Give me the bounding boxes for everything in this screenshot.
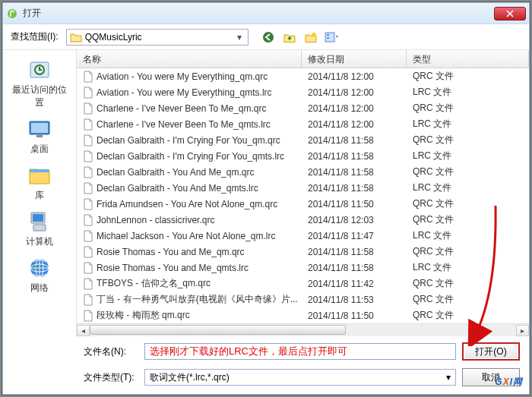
file-date-cell: 2014/11/8 11:58 [302,183,407,194]
file-name-cell: Rosie Thomas - You and Me_qm.qrc [77,246,302,258]
file-name-cell: Declan Galbraith - I'm Crying For You_qm… [77,134,302,147]
file-row[interactable]: Charlene - I've Never Been To Me_qmts.lr… [77,116,529,132]
sidebar-item-label: 最近访问的位置 [9,83,70,109]
sidebar-recent[interactable]: 最近访问的位置 [9,55,70,112]
view-menu-button[interactable] [325,30,340,45]
svg-point-1 [263,32,274,43]
file-date-cell: 2014/11/8 12:00 [302,119,407,130]
file-type-cell: LRC 文件 [407,86,529,99]
sidebar-computer[interactable]: 计算机 [9,206,70,251]
file-date-cell: 2014/11/8 11:58 [302,135,407,146]
file-row[interactable]: Rosie Thomas - You and Me_qmts.lrc2014/1… [77,260,529,276]
horizontal-scrollbar[interactable]: ◂ ▸ [77,323,529,336]
file-date-cell: 2014/11/8 11:47 [302,231,407,241]
sidebar-desktop[interactable]: 桌面 [9,114,70,159]
back-button[interactable] [261,30,276,45]
file-name-cell: Declan Galbraith - I'm Crying For You_qm… [77,150,302,162]
file-name-cell: TFBOYS - 信仰之名_qm.qrc [77,277,302,290]
chevron-down-icon[interactable]: ▾ [234,32,245,43]
sidebar-item-label: 计算机 [26,235,53,248]
up-button[interactable] [282,30,297,45]
file-name-cell: Michael Jackson - You Are Not Alone_qm.l… [77,230,302,242]
annotation-hint: 选择刚才下载好的LRC文件，最后点打开即可 [150,345,347,358]
lookin-label: 查找范围(I): [11,30,59,43]
desktop-icon [27,117,52,141]
filename-input[interactable]: 选择刚才下载好的LRC文件，最后点打开即可 [144,343,456,360]
file-type-cell: LRC 文件 [407,181,529,194]
file-type-cell: LRC 文件 [407,150,529,162]
file-row[interactable]: Declan Galbraith - I'm Crying For You_qm… [77,132,529,148]
file-type-cell: QRC 文件 [407,134,529,147]
file-name-cell: Frida Amundsen - You Are Not Alone_qm.qr… [77,198,302,210]
scroll-left-button[interactable]: ◂ [77,325,90,336]
close-button[interactable] [494,7,526,20]
titlebar: 打开 [3,3,529,24]
filetype-combo[interactable]: 歌词文件(*.lrc,*.qrc) ▾ [144,369,456,386]
lookin-combo[interactable]: QQMusicLyric ▾ [66,29,249,46]
file-name-cell: Rosie Thomas - You and Me_qmts.lrc [77,262,302,274]
file-row[interactable]: Aviation - You were My Everything_qm.qrc… [77,68,529,84]
cancel-button[interactable]: 取消 [462,368,520,386]
file-type-cell: QRC 文件 [407,293,529,306]
file-row[interactable]: Declan Galbraith - You And Me_qm.qrc2014… [77,164,529,180]
file-row[interactable]: JohnLennon - classicriver.qrc2014/11/8 1… [77,212,529,228]
file-pane: 名称 修改日期 类型 Aviation - You were My Everyt… [76,50,529,336]
lookin-row: 查找范围(I): QQMusicLyric ▾ [3,24,529,50]
file-row[interactable]: Declan Galbraith - I'm Crying For You_qm… [77,148,529,164]
file-type-cell: QRC 文件 [407,165,529,178]
file-name-cell: Charlene - I've Never Been To Me_qmts.lr… [77,118,302,131]
file-row[interactable]: Declan Galbraith - You And Me_qmts.lrc20… [77,180,529,196]
file-row[interactable]: Aviation - You were My Everything_qmts.l… [77,84,529,100]
file-row[interactable]: Michael Jackson - You Are Not Alone_qm.l… [77,228,529,244]
svg-rect-11 [30,169,49,172]
sidebar-item-label: 库 [35,189,44,202]
lookin-value: QQMusicLyric [85,32,231,43]
sidebar-libraries[interactable]: 库 [9,160,70,205]
column-type[interactable]: 类型 [407,50,529,68]
file-date-cell: 2014/11/8 11:50 [302,199,407,210]
scroll-thumb[interactable] [90,325,346,335]
svg-rect-9 [31,123,48,133]
file-date-cell: 2014/11/8 11:50 [302,310,407,321]
file-name-cell: Charlene - I've Never Been To Me_qm.qrc [77,102,302,115]
file-type-cell: LRC 文件 [407,118,529,131]
file-name-cell: Declan Galbraith - You And Me_qmts.lrc [77,182,302,194]
column-date[interactable]: 修改日期 [302,50,407,68]
file-row[interactable]: 段玫梅 - 梅雨愁 qm.qrc2014/11/8 11:50QRC 文件 [77,307,529,323]
file-date-cell: 2014/11/8 11:42 [302,279,407,289]
svg-rect-4 [327,34,329,36]
file-type-cell: QRC 文件 [407,213,529,226]
svg-rect-5 [327,37,329,39]
filename-label: 文件名(N): [84,345,138,358]
file-date-cell: 2014/11/8 12:00 [302,103,407,114]
folder-icon [70,32,82,43]
file-row[interactable]: 丁当 - 有一种勇气叫放弃(电视剧《风中奇缘》片...2014/11/8 11:… [77,291,529,307]
libraries-icon [27,163,52,187]
scroll-right-button[interactable]: ▸ [516,325,529,336]
sidebar-item-label: 网络 [30,282,49,295]
column-name[interactable]: 名称 [77,50,302,68]
new-folder-button[interactable] [303,30,318,45]
svg-rect-3 [325,33,334,42]
file-type-cell: QRC 文件 [407,309,529,322]
network-icon [27,256,52,280]
window-title: 打开 [23,7,494,20]
file-row[interactable]: Charlene - I've Never Been To Me_qm.qrc2… [77,100,529,116]
file-date-cell: 2014/11/8 11:58 [302,247,407,257]
file-type-cell: QRC 文件 [407,245,529,258]
open-button[interactable]: 打开(O) [462,342,520,361]
file-row[interactable]: Rosie Thomas - You and Me_qm.qrc2014/11/… [77,244,529,260]
file-list[interactable]: Aviation - You were My Everything_qm.qrc… [77,68,529,323]
file-row[interactable]: Frida Amundsen - You Are Not Alone_qm.qr… [77,196,529,212]
file-name-cell: JohnLennon - classicriver.qrc [77,214,302,226]
chevron-down-icon: ▾ [446,372,451,383]
scroll-track[interactable] [90,325,516,336]
file-date-cell: 2014/11/8 12:00 [302,71,407,82]
file-date-cell: 2014/11/8 11:58 [302,167,407,178]
sidebar-network[interactable]: 网络 [9,253,70,298]
new-folder-icon [305,31,317,43]
file-type-cell: QRC 文件 [407,70,529,83]
file-date-cell: 2014/11/8 11:53 [302,295,407,305]
file-row[interactable]: TFBOYS - 信仰之名_qm.qrc2014/11/8 11:42QRC 文… [77,276,529,291]
file-name-cell: Aviation - You were My Everything_qmts.l… [77,87,302,99]
